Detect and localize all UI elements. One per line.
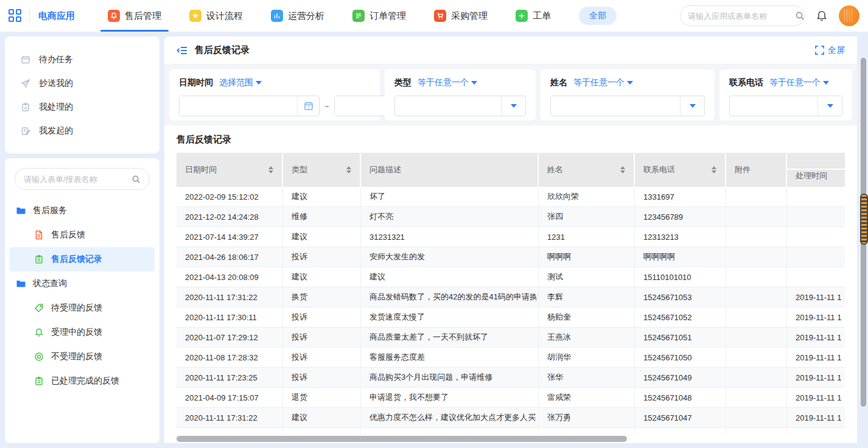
column-header-日期时间[interactable]: 日期时间 <box>177 153 283 187</box>
chevron-down-icon[interactable] <box>501 96 525 116</box>
tree-item-待受理的反馈[interactable]: 待受理的反馈 <box>10 296 155 320</box>
select-value <box>395 96 501 116</box>
table-row[interactable]: 2020-11-11 17:23:25投诉商品购买3个月出现问题，申请维修张华1… <box>177 368 845 388</box>
cell-类型: 建议 <box>283 227 361 247</box>
caret-down-icon <box>823 81 829 85</box>
chart-app-icon <box>271 10 283 22</box>
cell-姓名: 张四 <box>539 207 635 226</box>
cell-类型: 换货 <box>283 287 361 307</box>
table-header-row: 日期时间类型问题描述姓名联系电话附件处理时间 <box>177 153 845 187</box>
nav-tab-1[interactable]: 售后管理 <box>97 0 172 32</box>
collapse-sidebar-icon[interactable] <box>177 46 187 55</box>
table-row[interactable]: 2020-11-11 17:31:22换货商品发错码数了，买的42的发的是41码… <box>177 287 845 307</box>
table-section: 售后反馈记录 日期时间类型问题描述姓名联系电话附件处理时间2022-02-09 … <box>164 125 857 442</box>
filter-bar: 日期时间选择范围7~7类型等于任意一个姓名等于任意一个联系电话等于任意一个 <box>164 65 857 125</box>
user-avatar[interactable] <box>839 5 859 26</box>
tree-item-label: 受理中的反馈 <box>51 327 102 338</box>
tree-folder-售后服务[interactable]: 售后服务 <box>5 198 159 223</box>
sort-icon[interactable] <box>712 166 716 173</box>
filter-condition-dropdown[interactable]: 等于任意一个 <box>573 77 633 88</box>
clipboard-icon <box>34 254 44 264</box>
table-row[interactable]: 2021-07-14 14:39:27建议3123132112311231321… <box>177 227 845 247</box>
sidebar-item-抄送我的[interactable]: 抄送我的 <box>5 71 159 95</box>
cell-附件 <box>726 327 787 347</box>
filter-select-类型[interactable] <box>394 96 526 116</box>
sort-icon[interactable] <box>346 166 351 173</box>
cell-类型: 投诉 <box>283 348 361 367</box>
cell-处理时间 <box>787 267 845 287</box>
sort-icon[interactable] <box>268 166 273 173</box>
sidebar-item-待办任务[interactable]: 待办任务 <box>5 47 159 71</box>
tree-item-已处理完成的反馈[interactable]: 已处理完成的反馈 <box>10 369 155 393</box>
caret-down-icon <box>256 81 262 85</box>
tree-folder-状态查询[interactable]: 状态查询 <box>5 271 159 296</box>
column-label: 问题描述 <box>369 164 401 175</box>
cell-日期时间: 2020-11-11 17:30:11 <box>177 307 283 327</box>
column-header-姓名[interactable]: 姓名 <box>539 153 635 187</box>
tree-item-售后反馈[interactable]: 售后反馈 <box>10 223 155 247</box>
table-row[interactable]: 2021-04-13 20:08:09建议建议测试15110101010 <box>177 267 845 287</box>
filter-condition-dropdown[interactable]: 等于任意一个 <box>769 77 829 88</box>
sort-icon[interactable] <box>620 166 625 173</box>
nav-tab-3[interactable]: 运营分析 <box>260 0 335 32</box>
sidebar-item-我处理的[interactable]: 我处理的 <box>5 95 159 119</box>
horizontal-scrollbar-thumb[interactable] <box>177 436 627 442</box>
cell-类型: 维修 <box>283 207 361 226</box>
search-icon[interactable] <box>131 175 141 184</box>
all-apps-button[interactable]: 全部 <box>579 7 617 25</box>
chevron-down-icon[interactable] <box>680 96 704 116</box>
apps-grid-icon[interactable] <box>9 9 22 23</box>
tree-item-label: 待受理的反馈 <box>51 303 102 313</box>
cell-类型: 投诉 <box>283 307 361 327</box>
nav-tab-6[interactable]: 工单 <box>505 0 562 32</box>
nav-tab-label: 采购管理 <box>451 10 488 22</box>
column-header-联系电话[interactable]: 联系电话 <box>635 153 726 187</box>
chevron-down-icon[interactable] <box>817 96 842 116</box>
table-row[interactable]: 2020-11-11 17:30:11投诉发货速度太慢了杨贻奎152456710… <box>177 307 845 327</box>
cell-类型: 建议 <box>283 408 361 427</box>
feedback-side-handle[interactable] <box>860 194 868 245</box>
fullscreen-icon <box>815 46 824 55</box>
date-input[interactable]: 7 <box>179 96 320 116</box>
circle-icon <box>34 352 44 362</box>
search-icon[interactable] <box>795 11 805 21</box>
cell-联系电话: 12313213 <box>635 227 726 247</box>
horizontal-scrollbar[interactable] <box>177 436 845 442</box>
app-name[interactable]: 电商应用 <box>38 10 75 22</box>
cell-姓名: 杨贻奎 <box>539 307 635 327</box>
sidebar-search-input[interactable] <box>24 175 131 184</box>
column-header-类型[interactable]: 类型 <box>283 153 361 187</box>
nav-tab-2[interactable]: 设计流程 <box>178 0 254 32</box>
filter-select-姓名[interactable] <box>550 96 705 116</box>
folder-label: 状态查询 <box>33 278 67 289</box>
table-row[interactable]: 2022-02-09 15:12:02建议坏了欣欣向荣1331697 <box>177 187 845 207</box>
bell-app-icon <box>108 10 120 22</box>
table-row[interactable]: 2021-04-09 17:15:07退货申请退货，我不想要了雷咸荣152456… <box>177 388 845 408</box>
tree-item-受理中的反馈[interactable]: 受理中的反馈 <box>10 320 155 345</box>
sidebar-item-我发起的[interactable]: 我发起的 <box>5 119 159 142</box>
cell-日期时间: 2020-11-11 17:23:25 <box>177 368 283 387</box>
fullscreen-button[interactable]: 全屏 <box>815 45 845 56</box>
table-row[interactable]: 2020-11-08 17:28:32投诉客服服务态度差胡润华152456710… <box>177 348 845 368</box>
filter-card-姓名: 姓名等于任意一个 <box>541 69 715 121</box>
date-input-field[interactable] <box>180 96 297 116</box>
filter-condition-dropdown[interactable]: 选择范围 <box>219 77 262 88</box>
tree-item-售后反馈记录[interactable]: 售后反馈记录 <box>10 247 155 271</box>
nav-tab-4[interactable]: 订单管理 <box>341 0 417 32</box>
topbar-divider <box>29 10 30 21</box>
filter-condition-dropdown[interactable]: 等于任意一个 <box>418 77 477 88</box>
calendar-icon[interactable]: 7 <box>297 96 319 116</box>
nav-tab-5[interactable]: 采购管理 <box>423 0 499 32</box>
cell-联系电话: 15245671048 <box>635 388 726 407</box>
table-row[interactable]: 2021-04-26 18:06:17投诉安师大发生的发啊啊啊啊啊啊啊 <box>177 247 845 267</box>
quick-item-label: 我发起的 <box>39 125 73 136</box>
filter-select-联系电话[interactable] <box>729 96 842 116</box>
tree-item-不受理的反馈[interactable]: 不受理的反馈 <box>10 345 155 369</box>
topbar-search-input[interactable] <box>688 12 795 21</box>
table-row[interactable]: 2020-11-11 17:31:22建议优惠力度不怎么样，建议优化加大点才更多… <box>177 408 845 428</box>
table-row[interactable]: 2020-11-07 17:29:12投诉商品质量太差了，一天不到就坏了王燕冰1… <box>177 327 845 348</box>
table-row[interactable]: 2021-12-02 14:24:28维修灯不亮张四123456789 <box>177 207 845 227</box>
cell-姓名: 王燕冰 <box>539 327 635 347</box>
notification-bell-icon[interactable] <box>816 10 828 22</box>
select-value <box>730 96 817 116</box>
